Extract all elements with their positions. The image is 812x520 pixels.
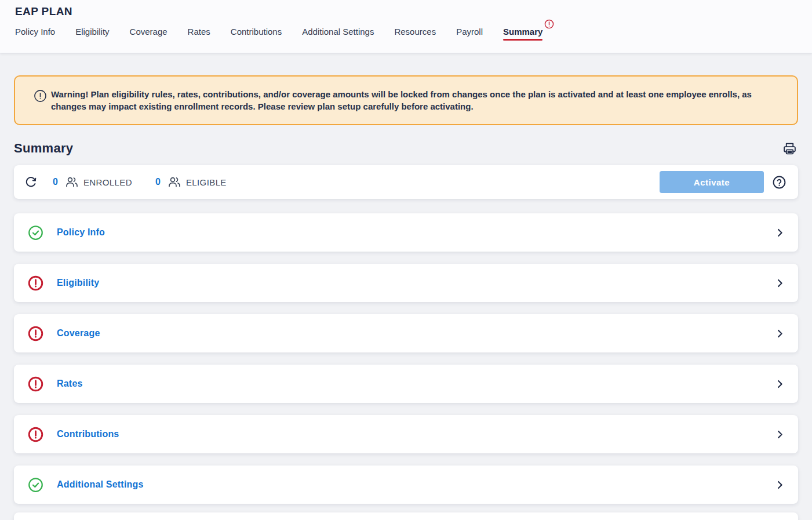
- tab-resources[interactable]: Resources: [394, 27, 436, 45]
- tab-additional-settings[interactable]: Additional Settings: [302, 27, 374, 45]
- section-label: Coverage: [57, 328, 100, 339]
- section-card-policy-info[interactable]: Policy Info: [14, 213, 798, 252]
- alert-circle-icon: [28, 326, 43, 341]
- print-icon: [782, 141, 797, 156]
- section-card-contributions[interactable]: Contributions: [14, 415, 798, 453]
- eligible-label: ELIGIBLE: [186, 177, 227, 187]
- alert-circle-icon: [28, 275, 43, 291]
- enrolled-count: 0: [53, 177, 58, 187]
- page-title: EAP PLAN: [15, 0, 797, 18]
- chevron-right-icon: [774, 328, 785, 339]
- check-circle-icon: [28, 477, 43, 493]
- section-label: Additional Settings: [57, 479, 144, 490]
- people-icon: [65, 175, 79, 189]
- chevron-right-icon: [774, 479, 785, 490]
- section-card-rates[interactable]: Rates: [14, 365, 798, 403]
- refresh-icon[interactable]: [24, 176, 38, 189]
- section-card-eligibility[interactable]: Eligibility: [14, 264, 798, 302]
- people-icon: [168, 175, 181, 189]
- tab-payroll[interactable]: Payroll: [456, 27, 483, 45]
- warning-text: Warning! Plan eligibility rules, rates, …: [51, 89, 752, 111]
- eligible-stat: 0 ELIGIBLE: [155, 175, 227, 189]
- tab-eligibility[interactable]: Eligibility: [75, 27, 109, 45]
- chevron-right-icon: [774, 278, 785, 289]
- summary-heading: Summary: [14, 141, 73, 156]
- summary-alert-badge-icon: [544, 19, 554, 29]
- enrolled-stat: 0 ENROLLED: [53, 175, 132, 189]
- summary-header-row: Summary: [14, 139, 798, 158]
- warning-banner: Warning! Plan eligibility rules, rates, …: [14, 75, 798, 125]
- enrollment-stats-card: 0 ENROLLED 0 ELIGIBL: [14, 165, 798, 199]
- alert-circle-icon: [28, 427, 43, 442]
- warning-icon: [34, 89, 47, 103]
- help-button[interactable]: [771, 174, 786, 190]
- alert-circle-icon: [28, 376, 43, 392]
- tab-contributions[interactable]: Contributions: [231, 27, 282, 45]
- section-label: Eligibility: [57, 278, 99, 288]
- main-content: Warning! Plan eligibility rules, rates, …: [0, 75, 812, 520]
- section-card-partial[interactable]: [14, 512, 798, 520]
- section-label: Policy Info: [57, 227, 105, 238]
- section-label: Rates: [57, 379, 83, 389]
- active-tab-underline: [503, 39, 542, 41]
- section-card-coverage[interactable]: Coverage: [14, 314, 798, 352]
- chevron-right-icon: [774, 379, 785, 390]
- chevron-right-icon: [774, 227, 785, 238]
- tab-rates[interactable]: Rates: [188, 27, 210, 45]
- tab-policy-info[interactable]: Policy Info: [15, 27, 55, 45]
- plan-header: EAP PLAN Policy Info Eligibility Coverag…: [0, 0, 812, 53]
- eligible-count: 0: [155, 177, 161, 187]
- print-button[interactable]: [781, 140, 798, 157]
- activate-button[interactable]: Activate: [660, 171, 764, 193]
- section-label: Contributions: [57, 429, 119, 439]
- chevron-right-icon: [774, 429, 785, 440]
- tab-summary[interactable]: Summary: [503, 27, 542, 45]
- help-icon: [772, 175, 786, 190]
- tab-coverage[interactable]: Coverage: [130, 27, 168, 45]
- tab-bar: Policy Info Eligibility Coverage Rates C…: [15, 27, 797, 45]
- enrolled-label: ENROLLED: [83, 177, 132, 187]
- section-card-additional-settings[interactable]: Additional Settings: [14, 466, 798, 504]
- check-circle-icon: [28, 225, 43, 241]
